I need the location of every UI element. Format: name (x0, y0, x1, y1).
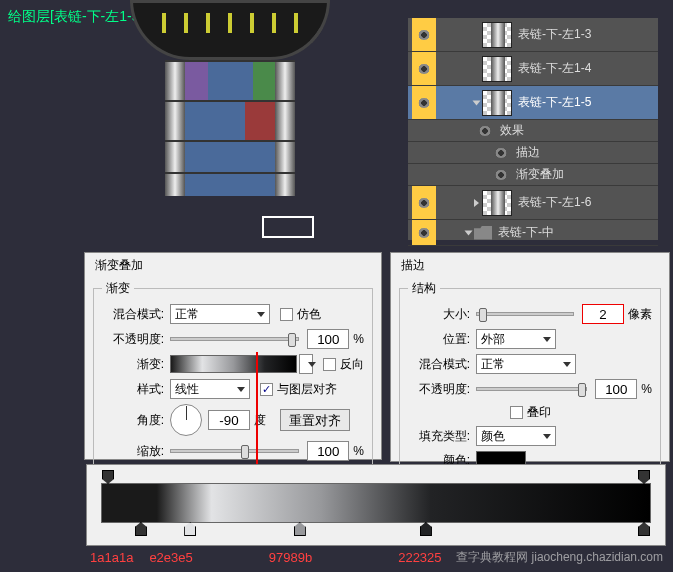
chevron-down-icon (257, 312, 265, 317)
effects-header[interactable]: 效果 (408, 120, 658, 142)
eye-icon (417, 30, 431, 40)
layer-row-selected[interactable]: 表链-下-左1-5 (408, 86, 658, 120)
opacity-slider[interactable] (476, 387, 587, 391)
color-stop[interactable] (135, 522, 147, 536)
size-slider[interactable] (476, 312, 574, 316)
scale-label: 缩放: (102, 443, 164, 460)
position-select[interactable]: 外部 (476, 329, 556, 349)
opacity-stop[interactable] (102, 470, 114, 484)
gradient-picker-button[interactable] (299, 354, 313, 374)
color-stop[interactable] (420, 522, 432, 536)
expand-icon[interactable] (465, 230, 473, 235)
watch-face (130, 0, 330, 60)
color-stop[interactable] (184, 522, 196, 536)
visibility-toggle[interactable] (412, 220, 436, 245)
blend-label: 混合模式: (408, 356, 470, 373)
size-unit: 像素 (628, 306, 652, 323)
effect-gradient[interactable]: 渐变叠加 (408, 164, 658, 186)
visibility-toggle[interactable] (412, 18, 436, 51)
reverse-checkbox[interactable] (323, 358, 336, 371)
eye-icon (494, 148, 508, 158)
filltype-select[interactable]: 颜色 (476, 426, 556, 446)
angle-input[interactable] (208, 410, 250, 430)
filltype-label: 填充类型: (408, 428, 470, 445)
effect-label: 描边 (516, 144, 540, 161)
dither-checkbox[interactable] (280, 308, 293, 321)
reverse-label: 反向 (340, 356, 364, 373)
blend-label: 混合模式: (102, 306, 164, 323)
blend-mode-select[interactable]: 正常 (170, 304, 270, 324)
layer-thumb (482, 190, 512, 216)
dither-label: 仿色 (297, 306, 321, 323)
color-stop-labels: 1a1a1a e2e3e5 97989b 222325 (90, 550, 442, 565)
visibility-toggle[interactable] (412, 86, 436, 119)
overprint-label: 叠印 (527, 404, 551, 421)
position-label: 位置: (408, 331, 470, 348)
watermark: 查字典教程网 jiaocheng.chazidian.com (456, 549, 663, 566)
scale-slider[interactable] (170, 449, 299, 453)
layer-row[interactable]: 表链-下-左1-3 (408, 18, 658, 52)
gradient-editor (86, 464, 666, 546)
angle-label: 角度: (102, 412, 164, 429)
stop-hex: 1a1a1a (90, 550, 133, 565)
group-name: 表链-下-中 (498, 224, 554, 241)
stop-hex: 222325 (398, 550, 441, 565)
group-title: 结构 (408, 280, 440, 297)
stop-hex: e2e3e5 (149, 550, 192, 565)
watch-band (165, 60, 295, 196)
chevron-down-icon (563, 362, 571, 367)
overprint-checkbox[interactable] (510, 406, 523, 419)
structure-group: 结构 大小: 像素 位置: 外部 混合模式: 正常 不透明度: % 叠印 填充类… (399, 288, 661, 481)
angle-dial[interactable] (170, 404, 202, 436)
expand-icon[interactable] (473, 100, 481, 105)
size-input[interactable] (582, 304, 624, 324)
layer-thumb (482, 90, 512, 116)
layer-name: 表链-下-左1-4 (518, 60, 591, 77)
pct-label: % (641, 382, 652, 396)
layer-thumb (482, 56, 512, 82)
eye-icon (478, 126, 492, 136)
opacity-label: 不透明度: (102, 331, 164, 348)
gradient-bar[interactable] (101, 483, 651, 523)
opacity-input[interactable] (307, 329, 349, 349)
scale-input[interactable] (307, 441, 349, 461)
expand-icon[interactable] (474, 199, 479, 207)
layer-row[interactable]: 表链-下-左1-4 (408, 52, 658, 86)
annotation-arrow (256, 352, 258, 472)
chevron-down-icon (308, 362, 316, 367)
dialog-title: 渐变叠加 (85, 253, 381, 278)
layer-group-row[interactable]: 表链-下-中 (408, 220, 658, 246)
align-label: 与图层对齐 (277, 381, 337, 398)
blend-mode-select[interactable]: 正常 (476, 354, 576, 374)
folder-icon (474, 226, 492, 240)
eye-icon (417, 98, 431, 108)
group-title: 渐变 (102, 280, 134, 297)
style-label: 样式: (102, 381, 164, 398)
pct-label: % (353, 332, 364, 346)
visibility-toggle[interactable] (412, 52, 436, 85)
gradient-group: 渐变 混合模式: 正常 仿色 不透明度: % 渐变: 反向 样式: 线性 (93, 288, 373, 473)
gradient-label: 渐变: (102, 356, 164, 373)
eye-icon (417, 198, 431, 208)
color-stop[interactable] (638, 522, 650, 536)
chevron-down-icon (237, 387, 245, 392)
layer-thumb (482, 22, 512, 48)
color-stop[interactable] (294, 522, 306, 536)
visibility-toggle[interactable] (412, 186, 436, 219)
opacity-input[interactable] (595, 379, 637, 399)
opacity-stop[interactable] (638, 470, 650, 484)
size-label: 大小: (408, 306, 470, 323)
chevron-down-icon (543, 337, 551, 342)
style-select[interactable]: 线性 (170, 379, 250, 399)
eye-icon (494, 170, 508, 180)
layer-name: 表链-下-左1-3 (518, 26, 591, 43)
reset-align-button[interactable]: 重置对齐 (280, 409, 350, 431)
align-checkbox[interactable] (260, 383, 273, 396)
opacity-slider[interactable] (170, 337, 299, 341)
eye-icon (417, 64, 431, 74)
effect-stroke[interactable]: 描边 (408, 142, 658, 164)
dialog-title: 描边 (391, 253, 669, 278)
gradient-preview[interactable] (170, 355, 297, 373)
layer-row[interactable]: 表链-下-左1-6 (408, 186, 658, 220)
pct-label: % (353, 444, 364, 458)
